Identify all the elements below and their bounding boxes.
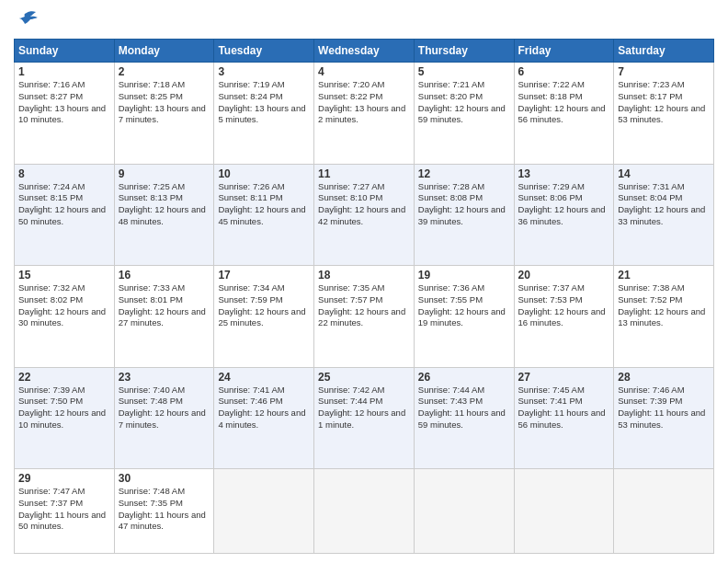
daylight-text: Daylight: 12 hours and 45 minutes.: [218, 204, 310, 228]
sunset-text: Sunset: 8:10 PM: [318, 192, 410, 204]
day-content: Sunrise: 7:35 AMSunset: 7:57 PMDaylight:…: [318, 282, 410, 329]
sunset-text: Sunset: 8:27 PM: [18, 91, 110, 103]
sunrise-text: Sunrise: 7:44 AM: [418, 385, 510, 396]
sunset-text: Sunset: 8:25 PM: [119, 91, 210, 103]
sunrise-text: Sunrise: 7:39 AM: [18, 385, 110, 396]
daylight-text: Daylight: 12 hours and 39 minutes.: [418, 204, 510, 228]
sunrise-text: Sunrise: 7:19 AM: [218, 79, 310, 91]
day-number: 2: [119, 65, 210, 78]
day-number: 23: [119, 371, 210, 384]
day-number: 26: [418, 371, 510, 384]
col-wednesday: Wednesday: [314, 40, 415, 63]
daylight-text: Daylight: 12 hours and 16 minutes.: [518, 306, 610, 330]
day-number: 24: [218, 371, 310, 384]
daylight-text: Daylight: 12 hours and 56 minutes.: [518, 103, 610, 127]
day-content: Sunrise: 7:46 AMSunset: 7:39 PMDaylight:…: [618, 385, 710, 431]
day-cell: 12Sunrise: 7:28 AMSunset: 8:08 PMDayligh…: [414, 164, 514, 266]
sunset-text: Sunset: 7:55 PM: [418, 294, 510, 306]
day-content: Sunrise: 7:31 AMSunset: 8:04 PMDaylight:…: [618, 181, 710, 228]
day-cell: 15Sunrise: 7:32 AMSunset: 8:02 PMDayligh…: [15, 266, 115, 368]
day-number: 19: [418, 269, 510, 282]
day-cell: 23Sunrise: 7:40 AMSunset: 7:48 PMDayligh…: [114, 367, 214, 469]
sunset-text: Sunset: 7:52 PM: [618, 294, 710, 306]
sunset-text: Sunset: 8:01 PM: [119, 294, 210, 306]
day-content: Sunrise: 7:18 AMSunset: 8:25 PMDaylight:…: [119, 79, 210, 126]
logo: [14, 9, 43, 31]
day-cell: 26Sunrise: 7:44 AMSunset: 7:43 PMDayligh…: [414, 367, 514, 469]
daylight-text: Daylight: 12 hours and 59 minutes.: [418, 103, 510, 127]
col-saturday: Saturday: [614, 40, 714, 63]
day-cell: 1Sunrise: 7:16 AMSunset: 8:27 PMDaylight…: [15, 63, 115, 165]
day-cell: [314, 469, 415, 554]
daylight-text: Daylight: 12 hours and 36 minutes.: [518, 204, 610, 228]
day-content: Sunrise: 7:48 AMSunset: 7:35 PMDaylight:…: [119, 486, 210, 533]
sunrise-text: Sunrise: 7:33 AM: [119, 282, 210, 294]
day-number: 17: [218, 269, 310, 282]
sunrise-text: Sunrise: 7:26 AM: [218, 181, 310, 193]
day-number: 30: [119, 472, 210, 485]
sunrise-text: Sunrise: 7:34 AM: [218, 282, 310, 294]
day-content: Sunrise: 7:44 AMSunset: 7:43 PMDaylight:…: [418, 385, 510, 431]
day-number: 25: [318, 371, 410, 384]
day-number: 4: [318, 65, 410, 78]
sunrise-text: Sunrise: 7:18 AM: [119, 79, 210, 91]
col-tuesday: Tuesday: [214, 40, 314, 63]
sunset-text: Sunset: 7:59 PM: [218, 294, 310, 306]
day-content: Sunrise: 7:41 AMSunset: 7:46 PMDaylight:…: [218, 385, 310, 431]
sunset-text: Sunset: 8:15 PM: [18, 192, 110, 204]
sunrise-text: Sunrise: 7:40 AM: [119, 385, 210, 396]
sunrise-text: Sunrise: 7:38 AM: [618, 282, 710, 294]
sunset-text: Sunset: 8:20 PM: [418, 91, 510, 103]
sunrise-text: Sunrise: 7:47 AM: [18, 486, 110, 498]
sunrise-text: Sunrise: 7:24 AM: [18, 181, 110, 193]
day-content: Sunrise: 7:21 AMSunset: 8:20 PMDaylight:…: [418, 79, 510, 126]
day-cell: 27Sunrise: 7:45 AMSunset: 7:41 PMDayligh…: [514, 367, 614, 469]
daylight-text: Daylight: 12 hours and 42 minutes.: [318, 204, 410, 228]
day-content: Sunrise: 7:20 AMSunset: 8:22 PMDaylight:…: [318, 79, 410, 126]
day-number: 7: [618, 65, 710, 78]
day-cell: 14Sunrise: 7:31 AMSunset: 8:04 PMDayligh…: [614, 164, 714, 266]
day-content: Sunrise: 7:36 AMSunset: 7:55 PMDaylight:…: [418, 282, 510, 329]
sunrise-text: Sunrise: 7:42 AM: [318, 385, 410, 396]
sunrise-text: Sunrise: 7:46 AM: [618, 385, 710, 396]
daylight-text: Daylight: 11 hours and 59 minutes.: [418, 408, 510, 431]
page: Sunday Monday Tuesday Wednesday Thursday…: [0, 0, 728, 563]
day-number: 15: [18, 269, 110, 282]
sunset-text: Sunset: 7:41 PM: [518, 396, 610, 408]
day-number: 18: [318, 269, 410, 282]
day-content: Sunrise: 7:33 AMSunset: 8:01 PMDaylight:…: [119, 282, 210, 329]
col-thursday: Thursday: [414, 40, 514, 63]
day-cell: [514, 469, 614, 554]
day-number: 12: [418, 167, 510, 180]
sunrise-text: Sunrise: 7:35 AM: [318, 282, 410, 294]
day-number: 21: [618, 269, 710, 282]
daylight-text: Daylight: 13 hours and 10 minutes.: [18, 103, 110, 127]
daylight-text: Daylight: 11 hours and 53 minutes.: [618, 408, 710, 431]
day-cell: 10Sunrise: 7:26 AMSunset: 8:11 PMDayligh…: [214, 164, 314, 266]
day-number: 16: [119, 269, 210, 282]
day-content: Sunrise: 7:27 AMSunset: 8:10 PMDaylight:…: [318, 181, 410, 228]
day-cell: 6Sunrise: 7:22 AMSunset: 8:18 PMDaylight…: [514, 63, 614, 165]
daylight-text: Daylight: 12 hours and 22 minutes.: [318, 306, 410, 330]
day-content: Sunrise: 7:32 AMSunset: 8:02 PMDaylight:…: [18, 282, 110, 329]
sunrise-text: Sunrise: 7:21 AM: [418, 79, 510, 91]
sunrise-text: Sunrise: 7:41 AM: [218, 385, 310, 396]
sunrise-text: Sunrise: 7:20 AM: [318, 79, 410, 91]
daylight-text: Daylight: 11 hours and 47 minutes.: [119, 510, 210, 534]
daylight-text: Daylight: 12 hours and 25 minutes.: [218, 306, 310, 330]
day-number: 10: [218, 167, 310, 180]
sunset-text: Sunset: 7:35 PM: [119, 498, 210, 510]
day-cell: 9Sunrise: 7:25 AMSunset: 8:13 PMDaylight…: [114, 164, 214, 266]
sunrise-text: Sunrise: 7:16 AM: [18, 79, 110, 91]
sunrise-text: Sunrise: 7:27 AM: [318, 181, 410, 193]
daylight-text: Daylight: 12 hours and 50 minutes.: [18, 204, 110, 228]
daylight-text: Daylight: 12 hours and 33 minutes.: [618, 204, 710, 228]
daylight-text: Daylight: 11 hours and 56 minutes.: [518, 408, 610, 431]
day-cell: 2Sunrise: 7:18 AMSunset: 8:25 PMDaylight…: [114, 63, 214, 165]
day-cell: 7Sunrise: 7:23 AMSunset: 8:17 PMDaylight…: [614, 63, 714, 165]
sunset-text: Sunset: 7:44 PM: [318, 396, 410, 408]
day-number: 14: [618, 167, 710, 180]
sunset-text: Sunset: 7:48 PM: [119, 396, 210, 408]
sunrise-text: Sunrise: 7:29 AM: [518, 181, 610, 193]
day-content: Sunrise: 7:37 AMSunset: 7:53 PMDaylight:…: [518, 282, 610, 329]
